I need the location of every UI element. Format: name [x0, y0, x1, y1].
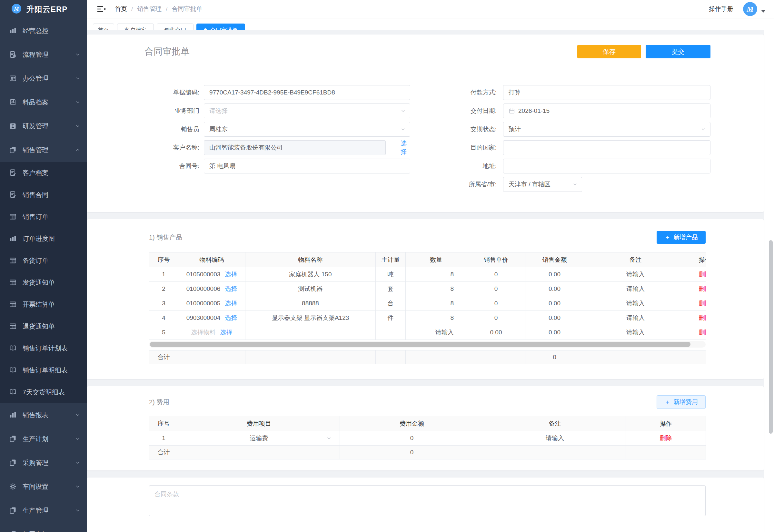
sidebar-item-料品档案[interactable]: 料品档案 [0, 90, 87, 114]
sidebar-item-label: 生产计划 [23, 435, 75, 443]
page-vscrollbar-thumb[interactable] [769, 240, 773, 434]
total-amount: 0 [340, 446, 484, 459]
customer-name-field[interactable]: 山河智能装备股份有限公司 [204, 140, 386, 155]
contract-no-field[interactable]: 第 电风扇 [204, 159, 410, 173]
delete-link[interactable]: 删除 [699, 314, 706, 321]
sidebar-subitem-开票结算单[interactable]: 开票结算单 [0, 293, 87, 315]
add-fee-button[interactable]: ＋新增费用 [657, 395, 706, 409]
delete-link[interactable]: 删除 [699, 300, 706, 307]
cell-amount: 0.00 [525, 282, 584, 296]
cell-remark-input[interactable]: 请输入 [484, 431, 626, 446]
cell-price[interactable]: 0 [467, 282, 525, 296]
customer-name-select-link[interactable]: 选择 [401, 139, 410, 156]
products-hscrollbar-thumb[interactable] [150, 342, 690, 347]
delivery-date-field[interactable]: 2026-01-15 [503, 103, 710, 118]
chevron-down-icon [75, 508, 80, 513]
cell-qty[interactable]: 8 [406, 311, 467, 325]
tab-合同审批单[interactable]: 合同审批单 [196, 24, 245, 30]
doc-code-field[interactable]: 9770CA17-3497-4DB2-995E-B49E9CF61BD8 [204, 85, 410, 100]
cell-price[interactable]: 0 [467, 311, 525, 325]
cell-name: 88888 [245, 296, 376, 311]
province-city-field[interactable]: 天津市 / 市辖区 [503, 177, 582, 192]
sidebar-item-销售管理[interactable]: 销售管理 [0, 138, 87, 162]
sidebar-subitem-销售订单计划表[interactable]: 销售订单计划表 [0, 337, 87, 359]
sidebar-item-采购管理[interactable]: 采购管理 [0, 451, 87, 475]
select-material-link[interactable]: 选择 [225, 314, 237, 321]
cell-qty[interactable]: 8 [406, 296, 467, 311]
chevron-down-icon [75, 124, 80, 128]
sidebar-item-label: 销售订单计划表 [23, 344, 80, 353]
breadcrumb-item-1[interactable]: 首页 [115, 5, 127, 13]
cell-remark-input[interactable]: 请输入 [584, 325, 687, 340]
sidebar-item-label: 经营总控 [23, 26, 80, 35]
sidebar-item-研发管理[interactable]: 研发管理 [0, 114, 87, 138]
tab-客户档案[interactable]: 客户档案 [117, 24, 154, 30]
contract-terms-textarea[interactable]: 合同条款 [149, 485, 706, 516]
sidebar-item-车间设置[interactable]: 车间设置 [0, 475, 87, 498]
cell-price[interactable]: 0.00 [467, 325, 525, 340]
sidebar-item-办公管理[interactable]: 办公管理 [0, 66, 87, 90]
cell-seq: 3 [149, 296, 178, 311]
payment-method-value: 打算 [509, 88, 521, 97]
select-material-link[interactable]: 选择 [225, 300, 237, 307]
cell-remark-input[interactable]: 请输入 [584, 311, 687, 325]
sidebar-subitem-销售订单明细表[interactable]: 销售订单明细表 [0, 359, 87, 381]
sidebar-subitem-7天交货明细表[interactable]: 7天交货明细表 [0, 381, 87, 403]
plus-icon: ＋ [664, 233, 670, 241]
submit-button[interactable]: 提交 [646, 45, 710, 58]
manual-link[interactable]: 操作手册 [709, 5, 733, 13]
sidebar-item-加工车间[interactable]: 加工车间 [0, 522, 87, 532]
sidebar-item-生产计划[interactable]: 生产计划 [0, 427, 87, 451]
select-material-link[interactable]: 选择 [225, 271, 237, 278]
sidebar-item-生产管理[interactable]: 生产管理 [0, 498, 87, 522]
delete-link[interactable]: 删除 [699, 329, 706, 336]
breadcrumb-item-2[interactable]: 销售管理 [137, 5, 162, 13]
product-row-2: 20100000006选择测试机器套800.00请输入删除 [149, 282, 706, 296]
sidebar-item-销售报表[interactable]: 销售报表 [0, 403, 87, 427]
cell-fee-amount[interactable]: 0 [340, 431, 484, 446]
delivery-status-field[interactable]: 预计 [503, 122, 710, 137]
business-dept-field[interactable]: 请选择 [204, 103, 410, 118]
cell-remark-input[interactable]: 请输入 [584, 282, 687, 296]
destination-country-field[interactable] [503, 140, 710, 155]
user-avatar[interactable]: M [743, 2, 757, 16]
delete-link[interactable]: 删除 [699, 285, 706, 292]
sidebar-subitem-销售订单[interactable]: 销售订单 [0, 206, 87, 228]
cell-remark-input[interactable]: 请输入 [584, 296, 687, 311]
address-field[interactable] [503, 159, 710, 173]
tab-首页[interactable]: 首页 [93, 24, 114, 30]
delete-link[interactable]: 删除 [660, 435, 672, 441]
form-actions: 保存 提交 [577, 45, 710, 58]
cell-qty[interactable]: 8 [406, 282, 467, 296]
tab-销售合同[interactable]: 销售合同 [157, 24, 193, 30]
field-row-salesperson: 销售员周桂东 [151, 122, 410, 137]
sidebar-subitem-订单进度图[interactable]: 订单进度图 [0, 228, 87, 250]
save-button[interactable]: 保存 [577, 45, 641, 58]
cell-code: 0100000006选择 [178, 282, 245, 296]
sidebar-item-流程管理[interactable]: 流程管理 [0, 43, 87, 66]
i-square-icon [9, 122, 17, 130]
cell-price[interactable]: 0 [467, 296, 525, 311]
add-product-button[interactable]: ＋新增产品 [657, 231, 706, 244]
sidebar-subitem-退货通知单[interactable]: 退货通知单 [0, 315, 87, 337]
select-material-link[interactable]: 选择 [220, 329, 233, 336]
sidebar-subitem-销售合同[interactable]: 销售合同 [0, 184, 87, 206]
cell-fee-item[interactable]: 运输费 [178, 431, 340, 446]
breadcrumb-item-3[interactable]: 合同审批单 [172, 5, 203, 13]
user-menu-caret-icon[interactable] [761, 10, 766, 13]
cell-qty[interactable]: 8 [406, 267, 467, 282]
app-logo: M 升阳云ERP [0, 0, 87, 19]
sidebar-item-经营总控[interactable]: 经营总控 [0, 19, 87, 43]
sidebar-subitem-客户档案[interactable]: 客户档案 [0, 162, 87, 184]
cell-price[interactable]: 0 [467, 267, 525, 282]
sidebar-subitem-备货订单[interactable]: 备货订单 [0, 250, 87, 271]
cell-qty[interactable]: 请输入 [406, 325, 467, 340]
salesperson-field[interactable]: 周桂东 [204, 122, 410, 137]
sidebar-collapse-icon[interactable] [97, 5, 106, 13]
cell-remark-input[interactable]: 请输入 [584, 267, 687, 282]
payment-method-field[interactable]: 打算 [503, 85, 710, 100]
delete-link[interactable]: 删除 [699, 271, 706, 278]
sidebar-subitem-发货通知单[interactable]: 发货通知单 [0, 271, 87, 293]
cell-name [245, 325, 376, 340]
select-material-link[interactable]: 选择 [225, 285, 237, 292]
